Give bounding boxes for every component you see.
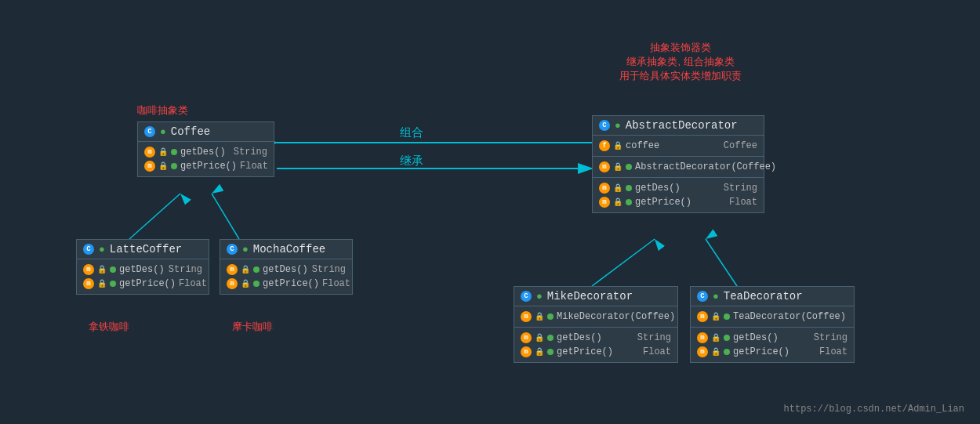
mike-decorator-constructor-dot bbox=[547, 313, 554, 320]
mike-decorator-getdes-icon: m bbox=[521, 332, 532, 343]
mike-decorator-class-icon: C bbox=[521, 291, 532, 302]
tea-decorator-constructor-lock: 🔒 bbox=[711, 312, 720, 321]
latte-coffee-class-icon: C bbox=[83, 244, 94, 255]
mocha-coffee-class-name: MochaCoffee bbox=[253, 243, 325, 255]
mocha-label: 摩卡咖啡 bbox=[232, 320, 273, 334]
tea-decorator-getdes-dot bbox=[724, 335, 730, 341]
mike-decorator-getprice-icon: m bbox=[521, 346, 532, 357]
latte-label: 拿铁咖啡 bbox=[89, 320, 129, 334]
latte-coffee-getprice-lock: 🔒 bbox=[97, 279, 107, 288]
coffee-class-name: Coffee bbox=[171, 125, 210, 138]
coffee-getdes-dot bbox=[171, 149, 177, 155]
coffee-getprice-icon-m: m bbox=[144, 161, 155, 172]
mike-decorator-class-box: C ● MikeDecorator m 🔒 MikeDecorator(Coff… bbox=[514, 286, 678, 363]
mocha-coffee-getprice-type: Float bbox=[322, 278, 350, 289]
latte-coffee-getdes-dot bbox=[110, 266, 116, 273]
mike-decorator-getdes-type: String bbox=[637, 332, 671, 343]
tea-decorator-class-box: C ● TeaDecorator m 🔒 TeaDecorator(Coffee… bbox=[690, 286, 855, 363]
mike-decorator-getdes-dot bbox=[547, 335, 554, 341]
tea-decorator-constructor-section: m 🔒 TeaDecorator(Coffee) bbox=[691, 306, 854, 328]
abstract-decorator-getprice: m 🔒 getPrice() Float bbox=[599, 195, 757, 209]
abstract-decorator-constructor: m 🔒 AbstractDecorator(Coffee) bbox=[599, 160, 757, 174]
tea-decorator-header: C ● TeaDecorator bbox=[691, 287, 854, 306]
tea-decorator-getdes-lock: 🔒 bbox=[711, 333, 720, 342]
abstract-decorator-constructor-dot bbox=[626, 164, 632, 170]
mocha-coffee-getdes-type: String bbox=[312, 264, 346, 275]
mike-decorator-getprice: m 🔒 getPrice() Float bbox=[521, 345, 671, 359]
coffee-getdes-name: getDes() bbox=[180, 147, 226, 158]
mocha-coffee-getprice-icon: m bbox=[227, 278, 238, 289]
tea-decorator-getdes-icon: m bbox=[697, 332, 708, 343]
coffee-class-box: C ● Coffee m 🔒 getDes() String m 🔒 get bbox=[137, 121, 274, 177]
abstract-decorator-getprice-type: Float bbox=[729, 197, 757, 208]
abstract-decorator-field-lock: 🔒 bbox=[613, 141, 622, 150]
mocha-coffee-getdes-lock: 🔒 bbox=[241, 265, 250, 274]
abstract-decorator-constructor-name: AbstractDecorator(Coffee) bbox=[635, 161, 776, 172]
abstract-decorator-header: C ● AbstractDecorator bbox=[593, 116, 764, 136]
tea-decorator-getprice-lock: 🔒 bbox=[711, 347, 720, 357]
mocha-coffee-header: C ● MochaCoffee bbox=[220, 240, 352, 259]
latte-coffee-getdes-type: String bbox=[169, 264, 202, 275]
coffee-getdes-type: String bbox=[234, 147, 267, 158]
coffee-access-dot: ● bbox=[160, 126, 166, 138]
tea-decorator-getprice-icon: m bbox=[697, 346, 708, 357]
coffee-getprice-type: Float bbox=[240, 161, 268, 172]
mike-decorator-getdes-lock: 🔒 bbox=[535, 333, 544, 342]
coffee-getdes-lock: 🔒 bbox=[158, 147, 168, 157]
annotation-coffee-abstract: 咖啡抽象类 bbox=[137, 103, 188, 118]
coffee-getdes-icon-m: m bbox=[144, 147, 155, 158]
latte-coffee-getprice-dot bbox=[110, 281, 116, 287]
mike-decorator-methods-section: m 🔒 getDes() String m 🔒 getPrice() Float bbox=[514, 328, 677, 362]
mocha-coffee-getdes-dot bbox=[253, 266, 260, 273]
mocha-coffee-methods-section: m 🔒 getDes() String m 🔒 getPrice() Float bbox=[220, 259, 352, 294]
mocha-coffee-class-box: C ● MochaCoffee m 🔒 getDes() String m 🔒 bbox=[220, 239, 353, 295]
tea-decorator-class-icon: C bbox=[697, 291, 708, 302]
mike-decorator-constructor-name: MikeDecorator(Coffee) bbox=[557, 311, 675, 322]
tea-decorator-methods-section: m 🔒 getDes() String m 🔒 getPrice() Float bbox=[691, 328, 854, 362]
abstract-decorator-class-icon: C bbox=[599, 120, 610, 131]
coffee-getprice-dot bbox=[171, 163, 177, 169]
coffee-method-getprice: m 🔒 getPrice() Float bbox=[144, 159, 267, 173]
latte-coffee-access-dot: ● bbox=[99, 244, 105, 255]
tea-decorator-constructor-name: TeaDecorator(Coffee) bbox=[733, 311, 846, 322]
latte-coffee-getdes-icon: m bbox=[83, 264, 94, 275]
mocha-coffee-getprice: m 🔒 getPrice() Float bbox=[227, 277, 346, 291]
latte-coffee-class-name: LatteCoffer bbox=[110, 243, 182, 255]
svg-line-7 bbox=[592, 239, 655, 286]
arrow-label-combine: 组合 bbox=[400, 125, 423, 140]
abstract-decorator-access-dot: ● bbox=[615, 120, 621, 132]
abstract-decorator-getdes-dot bbox=[626, 185, 632, 191]
abstract-decorator-methods-section: m 🔒 getDes() String m 🔒 getPrice() Float bbox=[593, 178, 764, 212]
mocha-coffee-getdes-icon: m bbox=[227, 264, 238, 275]
abstract-decorator-getprice-icon: m bbox=[599, 197, 610, 208]
mocha-coffee-getdes-name: getDes() bbox=[263, 264, 308, 275]
abstract-decorator-class-name: AbstractDecorator bbox=[626, 119, 738, 132]
abstract-decorator-getprice-name: getPrice() bbox=[635, 197, 691, 208]
mike-decorator-constructor-icon: m bbox=[521, 311, 532, 322]
mocha-coffee-access-dot: ● bbox=[242, 244, 249, 255]
mike-decorator-getprice-name: getPrice() bbox=[557, 346, 613, 357]
mike-decorator-access-dot: ● bbox=[536, 291, 543, 303]
abstract-decorator-constructor-icon: m bbox=[599, 161, 610, 172]
mocha-coffee-getdes: m 🔒 getDes() String bbox=[227, 263, 346, 277]
mike-decorator-getprice-dot bbox=[547, 349, 554, 355]
latte-coffee-methods-section: m 🔒 getDes() String m 🔒 getPrice() Float bbox=[77, 259, 209, 294]
mike-decorator-class-name: MikeDecorator bbox=[547, 290, 633, 303]
abstract-decorator-field-coffee: f 🔒 coffee Coffee bbox=[599, 139, 757, 153]
abstract-decorator-getprice-dot bbox=[626, 199, 632, 205]
coffee-class-icon: C bbox=[144, 126, 155, 137]
abstract-decorator-getdes-icon: m bbox=[599, 183, 610, 194]
abstract-decorator-getdes-name: getDes() bbox=[635, 183, 681, 194]
mike-decorator-getdes-name: getDes() bbox=[557, 332, 602, 343]
coffee-getprice-name: getPrice() bbox=[180, 161, 237, 172]
abstract-decorator-getdes-type: String bbox=[724, 183, 757, 194]
mike-decorator-constructor-lock: 🔒 bbox=[535, 312, 544, 321]
tea-decorator-getprice-dot bbox=[724, 349, 730, 355]
svg-line-6 bbox=[212, 194, 239, 239]
mike-decorator-getdes: m 🔒 getDes() String bbox=[521, 331, 671, 345]
mocha-coffee-getprice-lock: 🔒 bbox=[241, 279, 250, 288]
tea-decorator-getprice-type: Float bbox=[819, 346, 848, 357]
latte-coffee-getprice-type: Float bbox=[179, 278, 207, 289]
abstract-decorator-field-type: Coffee bbox=[724, 140, 757, 151]
tea-decorator-getprice: m 🔒 getPrice() Float bbox=[697, 345, 848, 359]
